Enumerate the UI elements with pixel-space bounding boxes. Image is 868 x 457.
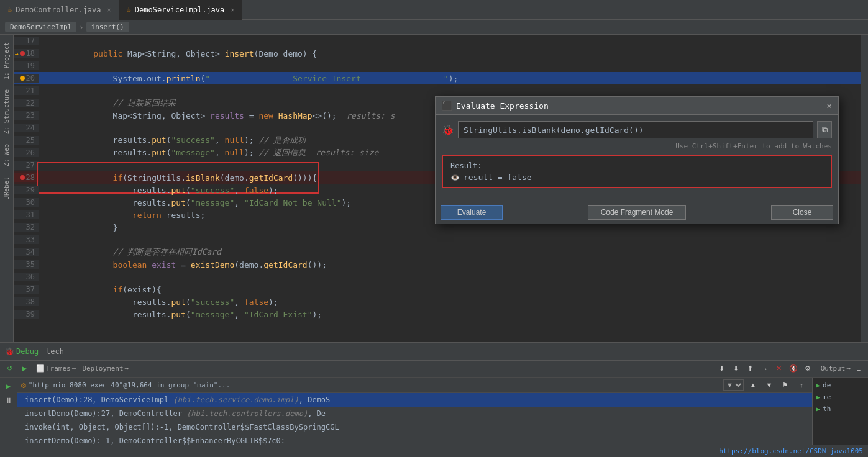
frame-text-2: invoke(int, Object, Object[]):-1, DemoCo… xyxy=(25,423,339,432)
debug-run-cursor[interactable]: → xyxy=(758,363,772,375)
thread-selector-row: ⚙ "http-nio-8080-exec-40"@19,664 in grou… xyxy=(17,378,812,393)
debug-stop[interactable]: ✕ xyxy=(772,363,786,375)
java-icon-1: ☕ xyxy=(7,6,12,14)
line-num-20: 20 xyxy=(14,74,39,83)
debug-mute-bp[interactable]: 🔇 xyxy=(787,363,800,375)
tab-close-1[interactable]: ✕ xyxy=(107,6,111,13)
line-num-21: 21 xyxy=(14,86,39,95)
eval-input-debugger-icon: 🐞 xyxy=(442,124,454,136)
line-num-32: 32 xyxy=(14,223,39,232)
debug-step-out[interactable]: ⬆ xyxy=(744,363,757,375)
frame-text-3: insertDemo(Demo):-1, DemoController$$Enh… xyxy=(25,437,285,445)
status-bar: https://blog.csdn.net/CSDN_java1005 xyxy=(682,445,868,457)
output-item-re: ▶ re xyxy=(815,392,866,402)
eval-dialog-close-icon[interactable]: ✕ xyxy=(827,101,832,111)
line-num-23: 23 xyxy=(14,111,39,120)
thread-text: "http-nio-8080-exec-40"@19,664 in group … xyxy=(29,381,721,389)
code-line-35: 35 boolean exist = existDemo(demo.getIdC… xyxy=(14,258,861,271)
frame-item-2[interactable]: invoke(int, Object, Object[]):-1, DemoCo… xyxy=(17,420,812,434)
frame-text-0: insert(Demo):28, DemoServiceImpl xyxy=(25,396,173,404)
thread-filter-btn[interactable]: ⚑ xyxy=(779,379,792,391)
line-num-17: 17 xyxy=(14,37,39,45)
line-num-35: 35 xyxy=(14,260,39,269)
line-num-24: 24 xyxy=(14,124,39,132)
frame-italic-0: (hbi.tech.service.demo.impl) xyxy=(173,396,298,404)
debug-tab-debug[interactable]: 🐞 Debug xyxy=(5,347,39,356)
line-num-26: 26 xyxy=(14,148,39,157)
line-num-36: 36 xyxy=(14,273,39,281)
sidebar-label-jrebel[interactable]: JRebel xyxy=(2,172,11,204)
frame-italic-1: (hbi.tech.controllers.demo) xyxy=(186,409,308,418)
bp-dot-28 xyxy=(20,175,25,180)
debug-settings[interactable]: ⚙ xyxy=(801,363,815,375)
eval-copy-button[interactable]: ⧉ xyxy=(817,121,832,138)
output-item-th: ▶ th xyxy=(815,404,866,414)
code-fragment-button[interactable]: Code Fragment Mode xyxy=(588,205,687,220)
deployment-label: Deployment → xyxy=(82,364,129,373)
frames-arrow: → xyxy=(72,364,76,373)
debug-panel: 🐞 Debug tech ↺ ▶ ⬜ Frames → Deployment →… xyxy=(0,342,868,457)
frame-item-0[interactable]: insert(Demo):28, DemoServiceImpl (hbi.te… xyxy=(17,393,812,407)
eval-dialog-buttons: Evaluate Code Fragment Mode Close xyxy=(436,201,838,224)
thread-up-btn[interactable]: ▲ xyxy=(746,379,760,391)
debug-tabs: 🐞 Debug tech xyxy=(0,343,868,361)
java-icon-2: ☕ xyxy=(127,6,131,14)
tab-close-2[interactable]: ✕ xyxy=(231,6,234,13)
code-line-18: → 18 public Map<String, Object> insert(D… xyxy=(14,47,861,60)
eval-dialog-icon: ⬛ xyxy=(442,101,452,111)
line-num-27: 27 xyxy=(14,161,39,170)
output-settings-btn[interactable]: ≡ xyxy=(852,363,866,375)
tab-demoserviceimpl[interactable]: ☕ DemoServiceImpl.java ✕ xyxy=(119,0,243,20)
eval-input-row: 🐞 ⧉ xyxy=(442,121,832,138)
frame-icon: ⬜ xyxy=(36,364,45,373)
debug-resume-btn[interactable]: ▶ xyxy=(17,363,31,375)
thread-down-btn[interactable]: ▼ xyxy=(762,379,776,391)
line-num-34: 34 xyxy=(14,248,39,256)
status-url[interactable]: https://blog.csdn.net/CSDN_java1005 xyxy=(719,447,863,455)
debug-tab-tech[interactable]: tech xyxy=(46,347,64,356)
line-num-33: 33 xyxy=(14,235,39,244)
sidebar-label-web[interactable]: Z: Web xyxy=(2,139,11,171)
sidebar-label-structure[interactable]: Z: Structure xyxy=(2,84,11,139)
eval-dialog-title: Evaluate Expression xyxy=(456,101,549,111)
breadcrumb-class[interactable]: DemoServiceImpl xyxy=(5,22,76,32)
eval-result-watch-icon: 👁️ xyxy=(450,173,460,182)
breadcrumb-method[interactable]: insert() xyxy=(86,22,129,32)
output-arrow-re: ▶ xyxy=(816,394,820,400)
debug-step-over[interactable]: ⬇ xyxy=(715,363,729,375)
line-num-28: 28 xyxy=(14,173,39,182)
debug-run-icon[interactable]: ▶ xyxy=(2,380,15,392)
thread-export-btn[interactable]: ↑ xyxy=(795,379,808,391)
eval-dialog-title-row: ⬛ Evaluate Expression xyxy=(442,101,549,111)
eval-result-label: Result: xyxy=(450,161,823,170)
line-num-30: 30 xyxy=(14,198,39,207)
debug-restart-btn[interactable]: ↺ xyxy=(2,363,16,375)
line-num-38: 38 xyxy=(14,297,39,306)
left-panel-sidebar: 1: Project Z: Structure Z: Web JRebel xyxy=(0,35,14,342)
debug-pause-icon[interactable]: ⏸ xyxy=(2,394,15,407)
eval-result-text: result = false xyxy=(464,173,532,182)
evaluate-button[interactable]: Evaluate xyxy=(441,205,503,220)
output-arrow-de: ▶ xyxy=(816,382,820,389)
line-num-29: 29 xyxy=(14,186,39,194)
evaluate-expression-dialog: ⬛ Evaluate Expression ✕ 🐞 ⧉ Use Ctrl+Shi… xyxy=(435,96,839,224)
output-text-th: th xyxy=(823,405,831,413)
line-num-22: 22 xyxy=(14,99,39,107)
tab-democontroller[interactable]: ☕ DemoController.java ✕ xyxy=(0,0,119,20)
sidebar-label-project[interactable]: 1: Project xyxy=(2,37,11,84)
debug-left-icons: ▶ ⏸ xyxy=(0,378,17,457)
tab-label-1: DemoController.java xyxy=(16,6,101,14)
close-button[interactable]: Close xyxy=(771,205,833,220)
debug-step-into[interactable]: ⬇ xyxy=(729,363,743,375)
output-text-re: re xyxy=(823,393,831,401)
thread-dropdown[interactable]: ▼ xyxy=(723,379,744,391)
tab-label-2: DemoServiceImpl.java xyxy=(135,6,225,14)
eval-expression-input[interactable] xyxy=(458,121,813,138)
frame-text-1: insertDemo(Demo):27, DemoController xyxy=(25,409,186,418)
frame-item-1[interactable]: insertDemo(Demo):27, DemoController (hbi… xyxy=(17,407,812,420)
frames-header-label: ⬜ Frames → xyxy=(36,364,76,373)
line-num-25: 25 xyxy=(14,136,39,145)
arrow-18: → xyxy=(15,50,19,57)
bp-dot-18 xyxy=(20,51,25,56)
line-num-18: → 18 xyxy=(14,49,39,58)
